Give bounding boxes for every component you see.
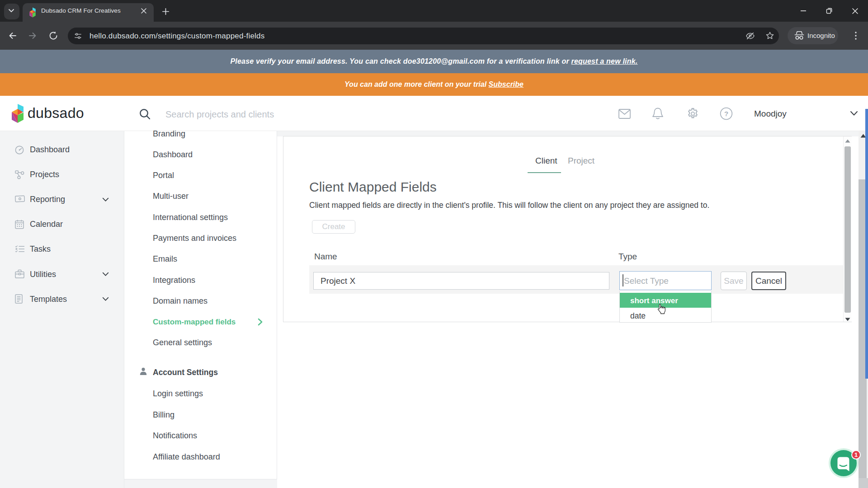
svg-text:?: ? — [724, 110, 728, 117]
